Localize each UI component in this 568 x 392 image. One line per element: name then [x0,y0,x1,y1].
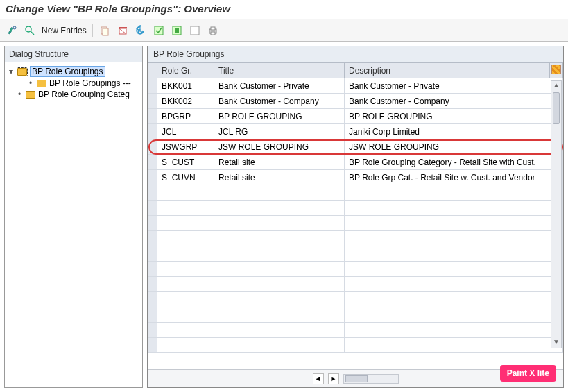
table-row-empty[interactable] [148,323,563,338]
expander-icon[interactable]: • [27,78,34,88]
cell-description[interactable]: Janiki Corp Limited [345,124,563,139]
svg-point-1 [26,26,31,32]
row-selector-header[interactable] [148,63,157,78]
row-selector[interactable] [148,201,157,216]
table-row[interactable]: S_CUVNRetail siteBP Role Grp Cat. - Reta… [148,170,563,185]
toolbar-separator [92,24,93,37]
row-selector[interactable] [148,109,157,124]
row-selector[interactable] [148,277,157,292]
expander-icon[interactable]: • [16,90,23,99]
cell-role-gr[interactable]: BPGRP [157,109,214,124]
cell-role-gr[interactable]: BKK001 [157,78,214,94]
row-selector[interactable] [148,246,157,262]
table-row-empty[interactable] [148,307,563,323]
cell-description[interactable]: Bank Customer - Private [345,78,563,94]
cell-role-gr[interactable]: JCL [157,124,214,139]
tree-node-bp-role-groupings-sub[interactable]: • BP Role Groupings --- [6,78,141,89]
table-title: BP Role Groupings [148,46,563,62]
row-selector[interactable] [148,185,157,201]
svg-rect-7 [119,27,127,28]
row-selector[interactable] [148,231,157,246]
row-selector[interactable] [148,262,157,277]
table-row[interactable]: S_CUSTRetail siteBP Role Grouping Catego… [148,155,563,170]
row-selector[interactable] [148,216,157,231]
cell-role-gr[interactable]: JSWGRP [157,139,214,155]
column-config-button[interactable] [550,63,563,78]
cell-role-gr[interactable]: BKK002 [157,94,214,109]
svg-rect-4 [103,28,108,35]
table-row-empty[interactable] [148,246,563,262]
folder-icon [37,80,46,87]
tree-node-bp-role-grouping-categ[interactable]: • BP Role Grouping Categ [6,89,141,100]
table-row[interactable]: BKK001Bank Customer - PrivateBank Custom… [148,78,563,94]
row-selector[interactable] [148,170,157,185]
vertical-scrollbar[interactable]: ▲ ▼ [551,80,562,348]
row-selector[interactable] [148,155,157,170]
deselect-all-icon[interactable] [189,24,201,37]
folder-icon [26,91,35,99]
delete-icon[interactable] [117,24,129,37]
table-row-empty[interactable] [148,338,563,353]
row-selector[interactable] [148,78,157,94]
cell-title[interactable]: BP ROLE GROUPING [214,109,345,124]
cell-title[interactable]: Retail site [214,155,345,170]
column-header-title[interactable]: Title [214,63,345,78]
cell-title[interactable]: Bank Customer - Private [214,78,345,94]
sidebar-title: Dialog Structure [5,46,142,62]
table-row[interactable]: BPGRPBP ROLE GROUPINGBP ROLE GROUPING [148,109,563,124]
find-icon[interactable] [24,24,36,37]
select-all-icon[interactable] [153,24,165,37]
cell-description[interactable]: BP ROLE GROUPING [345,109,563,124]
select-block-icon[interactable] [171,24,183,37]
bp-role-groupings-table: Role Gr. Title Description BKK001Bank Cu… [148,62,563,353]
print-icon[interactable] [207,24,219,37]
tree-node-bp-role-groupings[interactable]: ▾ BP Role Groupings [6,65,141,78]
table-row-empty[interactable] [148,216,563,231]
row-selector[interactable] [148,94,157,109]
hscroll-thumb[interactable] [345,375,368,382]
table-row[interactable]: JCLJCL RGJaniki Corp Limited [148,124,563,139]
cell-title[interactable]: JSW ROLE GROUPING [214,139,345,155]
row-selector[interactable] [148,292,157,307]
row-selector[interactable] [148,338,157,353]
table-row-empty[interactable] [148,292,563,307]
cell-title[interactable]: Retail site [214,170,345,185]
expander-icon[interactable]: ▾ [8,67,15,76]
row-selector[interactable] [148,307,157,323]
table-row-empty[interactable] [148,231,563,246]
svg-rect-8 [155,26,163,35]
svg-line-2 [31,31,34,35]
cell-role-gr[interactable]: S_CUST [157,155,214,170]
column-header-role-gr[interactable]: Role Gr. [157,63,214,78]
copy-as-icon[interactable] [98,24,111,37]
row-selector[interactable] [148,139,157,155]
scroll-left-button[interactable]: ◄ [313,373,324,384]
row-selector[interactable] [148,323,157,338]
scroll-right-button[interactable]: ► [328,373,339,384]
table-row-empty[interactable] [148,185,563,201]
table-row-empty[interactable] [148,277,563,292]
scroll-thumb[interactable] [553,92,560,124]
table-settings-icon[interactable] [551,65,561,74]
cell-description[interactable]: JSW ROLE GROUPING [345,139,563,155]
table-row[interactable]: JSWGRPJSW ROLE GROUPINGJSW ROLE GROUPING [148,139,563,155]
svg-rect-11 [191,26,199,35]
row-selector[interactable] [148,124,157,139]
cell-title[interactable]: Bank Customer - Company [214,94,345,109]
cell-title[interactable]: JCL RG [214,124,345,139]
column-header-description[interactable]: Description [345,63,550,78]
cell-description[interactable]: BP Role Grp Cat. - Retail Site w. Cust. … [345,170,563,185]
new-entries-button[interactable]: New Entries [42,26,87,35]
cell-role-gr[interactable]: S_CUVN [157,170,214,185]
undo-icon[interactable] [135,24,147,37]
horizontal-scrollbar[interactable] [343,374,399,384]
table-row-empty[interactable] [148,262,563,277]
toggle-change-icon[interactable] [6,24,18,37]
scroll-up-icon[interactable]: ▲ [553,81,560,91]
scroll-down-icon[interactable]: ▼ [553,338,560,348]
cell-description[interactable]: BP Role Grouping Category - Retail Site … [345,155,563,170]
table-row[interactable]: BKK002Bank Customer - CompanyBank Custom… [148,94,563,109]
table-row-empty[interactable] [148,201,563,216]
page-title: Change View "BP Role Groupings": Overvie… [0,0,568,19]
cell-description[interactable]: Bank Customer - Company [345,94,563,109]
